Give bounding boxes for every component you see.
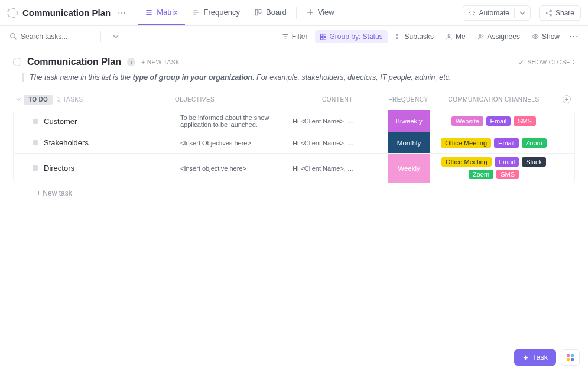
svg-rect-9 [324, 37, 326, 40]
search-icon [9, 32, 17, 40]
group-icon [320, 33, 327, 40]
status-square-icon[interactable] [33, 119, 38, 124]
content-cell[interactable]: Hi <Client Name>, … [288, 154, 388, 183]
apps-button[interactable] [561, 349, 580, 366]
task-name-cell[interactable]: Customer [24, 110, 176, 132]
page-options-icon[interactable]: ⋯ [115, 8, 128, 18]
me-button[interactable]: Me [441, 30, 470, 43]
objectives-cell[interactable]: <Insert objective here> [176, 154, 288, 183]
channel-tag[interactable]: SMS [496, 170, 519, 179]
automate-dropdown[interactable] [514, 8, 530, 18]
objectives-cell[interactable]: <Insert Objectives here> [176, 132, 288, 153]
table-row[interactable]: Directors<Insert objective here>Hi <Clie… [14, 154, 574, 183]
group-section: TO DO 3 TASKS OBJECTIVES CONTENT FREQUEN… [0, 92, 588, 197]
tab-label: Frequency [204, 8, 240, 17]
channel-tag[interactable]: Office Meeting [441, 138, 491, 148]
chevron-down-icon[interactable] [16, 97, 21, 101]
top-bar: Communication Plan ⋯ MatrixFrequencyBoar… [0, 0, 588, 26]
sparkle-icon [468, 9, 476, 17]
frequency-cell[interactable]: Biweekly [388, 110, 430, 132]
svg-point-4 [550, 14, 551, 16]
svg-point-13 [534, 35, 536, 37]
tab-board[interactable]: Board [247, 0, 294, 25]
chevron-down-icon[interactable] [113, 35, 119, 38]
content-cell[interactable]: Hi <Client Name>, … [288, 110, 388, 132]
share-button[interactable]: Share [539, 5, 581, 21]
automate-button-group: Automate [463, 5, 531, 21]
add-column-button[interactable]: + [563, 95, 571, 103]
info-icon[interactable]: i [127, 58, 135, 66]
svg-rect-0 [255, 9, 258, 15]
tab-frequency[interactable]: Frequency [185, 0, 247, 25]
search-input[interactable] [21, 32, 109, 41]
tab-label: View [318, 8, 334, 17]
list-description[interactable]: The task name in this list is the type o… [22, 73, 575, 82]
column-frequency[interactable]: FREQUENCY [388, 96, 429, 103]
status-square-icon[interactable] [33, 165, 38, 171]
people-icon [477, 33, 485, 40]
list-header: Communication Plan i + NEW TASK SHOW CLO… [0, 47, 588, 73]
automate-button[interactable]: Automate [463, 6, 514, 20]
task-count: 3 TASKS [57, 96, 83, 103]
svg-point-10 [448, 34, 450, 37]
channel-tag[interactable]: Email [495, 157, 519, 167]
subtasks-button[interactable]: Subtasks [390, 30, 438, 43]
table-row[interactable]: CustomerTo be informed about the snew ap… [14, 110, 574, 132]
frequency-cell[interactable]: Monthly [388, 132, 430, 153]
list-title: Communication Plan [27, 57, 121, 67]
task-name: Stakeholders [44, 138, 89, 147]
assignees-button[interactable]: Assignees [473, 30, 525, 43]
tab-view[interactable]: View [299, 0, 342, 25]
search-wrap [7, 32, 96, 41]
task-name-cell[interactable]: Directors [24, 154, 176, 183]
chevron-down-icon [519, 11, 525, 15]
group-by-button[interactable]: Group by: Status [315, 30, 388, 43]
svg-point-12 [482, 35, 483, 37]
channel-tag[interactable]: Email [486, 116, 511, 126]
channel-tag[interactable]: Zoom [469, 170, 493, 179]
view-tabs: MatrixFrequencyBoardView [138, 0, 341, 25]
eye-icon [532, 33, 539, 40]
frequency-cell[interactable]: Weekly [388, 154, 430, 183]
channel-tag[interactable]: SMS [514, 116, 536, 126]
svg-point-2 [550, 10, 551, 12]
channel-tag[interactable]: Zoom [522, 138, 547, 148]
show-button[interactable]: Show [527, 30, 564, 43]
toolbar-more-icon[interactable]: ⋯ [567, 31, 581, 42]
matrix-view-icon [145, 8, 153, 17]
tab-label: Matrix [157, 8, 177, 17]
channel-tag[interactable]: Email [494, 138, 519, 148]
group-header: TO DO 3 TASKS OBJECTIVES CONTENT FREQUEN… [13, 92, 575, 106]
svg-rect-7 [324, 34, 326, 37]
frequency-view-icon [192, 8, 200, 17]
svg-point-5 [11, 34, 15, 38]
column-content[interactable]: CONTENT [287, 96, 388, 103]
objectives-cell[interactable]: To be informed about the snew applicatio… [176, 110, 288, 132]
task-name-cell[interactable]: Stakeholders [24, 132, 176, 153]
channels-cell[interactable]: Office MeetingEmailSlackZoomSMS [430, 154, 558, 183]
show-closed-toggle[interactable]: SHOW CLOSED [518, 59, 575, 66]
column-objectives[interactable]: OBJECTIVES [175, 96, 287, 103]
tab-label: Board [266, 8, 287, 17]
status-square-icon[interactable] [33, 140, 38, 145]
list-status-icon[interactable] [13, 58, 21, 66]
content-cell[interactable]: Hi <Client Name>, … [288, 132, 388, 153]
channel-tag[interactable]: Slack [522, 157, 546, 167]
channels-cell[interactable]: Office MeetingEmailZoom [430, 132, 558, 153]
check-icon [518, 59, 524, 66]
view-view-icon [306, 8, 314, 17]
channel-tag[interactable]: Office Meeting [441, 157, 492, 167]
create-task-button[interactable]: Task [514, 349, 556, 366]
new-task-row[interactable]: + New task [13, 183, 575, 197]
new-task-link[interactable]: + NEW TASK [141, 59, 180, 66]
column-channels[interactable]: COMMUNICATION CHANNELS [429, 96, 558, 103]
svg-rect-6 [320, 34, 323, 37]
page-icon [7, 8, 18, 18]
tab-matrix[interactable]: Matrix [138, 0, 184, 25]
channels-cell[interactable]: WebsiteEmailSMS [430, 110, 558, 132]
board-view-icon [254, 8, 262, 17]
status-pill[interactable]: TO DO [24, 95, 53, 105]
channel-tag[interactable]: Website [451, 116, 483, 126]
filter-button[interactable]: Filter [277, 30, 313, 43]
table-row[interactable]: Stakeholders<Insert Objectives here>Hi <… [14, 132, 574, 154]
